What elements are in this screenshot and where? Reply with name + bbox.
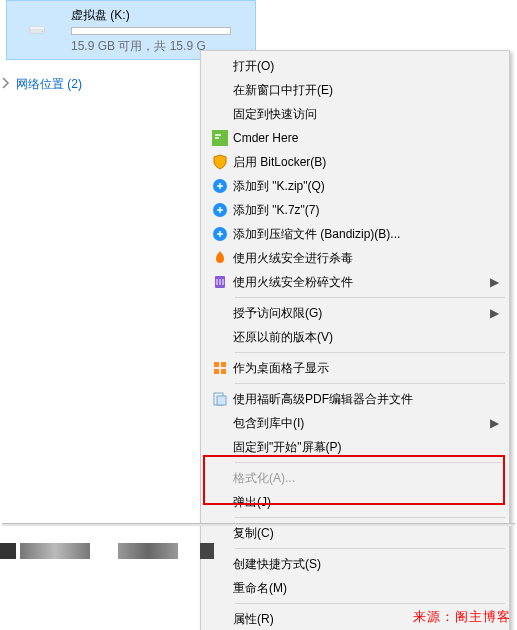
drive-name: 虚拟盘 (K:) (71, 7, 249, 24)
menu-pin-quick-access[interactable]: 固定到快速访问 (203, 102, 507, 126)
menu-grant-access[interactable]: 授予访问权限(G)▶ (203, 301, 507, 325)
menu-separator (235, 297, 505, 298)
svg-rect-3 (212, 130, 228, 146)
drive-icon (13, 5, 61, 55)
menu-huorong-shred[interactable]: 使用火绒安全粉碎文件▶ (203, 270, 507, 294)
svg-rect-10 (214, 369, 219, 374)
menu-add-bandizip[interactable]: 添加到压缩文件 (Bandizip)(B)... (203, 222, 507, 246)
svg-point-2 (42, 31, 43, 32)
menu-open-new-window[interactable]: 在新窗口中打开(E) (203, 78, 507, 102)
menu-format: 格式化(A)... (203, 466, 507, 490)
menu-huorong-scan[interactable]: 使用火绒安全进行杀毒 (203, 246, 507, 270)
tree-label: 网络位置 (2) (16, 76, 82, 93)
menu-open[interactable]: 打开(O) (203, 54, 507, 78)
menu-separator (235, 462, 505, 463)
menu-pin-start[interactable]: 固定到"开始"屏幕(P) (203, 435, 507, 459)
menu-separator (235, 352, 505, 353)
shield-icon (207, 154, 233, 170)
huorong-icon (207, 250, 233, 266)
svg-rect-8 (214, 362, 219, 367)
chevron-right-icon (0, 77, 12, 92)
menu-foxit-merge[interactable]: 使用福昕高级PDF编辑器合并文件 (203, 387, 507, 411)
bandizip-icon (207, 226, 233, 242)
drive-usage-bar (71, 27, 231, 35)
svg-rect-11 (221, 369, 226, 374)
submenu-arrow-icon: ▶ (490, 416, 499, 430)
menu-include-library[interactable]: 包含到库中(I)▶ (203, 411, 507, 435)
menu-separator (235, 517, 505, 518)
svg-rect-13 (217, 396, 226, 405)
foxit-icon (207, 391, 233, 407)
drive-meta: 虚拟盘 (K:) 15.9 GB 可用，共 15.9 G (71, 5, 249, 55)
menu-desktop-grid[interactable]: 作为桌面格子显示 (203, 356, 507, 380)
bandizip-icon (207, 202, 233, 218)
svg-rect-9 (221, 362, 226, 367)
cmder-icon (207, 130, 233, 146)
menu-eject[interactable]: 弹出(J) (203, 490, 507, 514)
menu-add-k7z[interactable]: 添加到 "K.7z"(7) (203, 198, 507, 222)
menu-separator (235, 603, 505, 604)
menu-restore-previous[interactable]: 还原以前的版本(V) (203, 325, 507, 349)
submenu-arrow-icon: ▶ (490, 306, 499, 320)
watermark-text: 来源：阁主博客 (413, 608, 511, 626)
submenu-arrow-icon: ▶ (490, 275, 499, 289)
menu-separator (235, 383, 505, 384)
svg-rect-1 (30, 27, 45, 30)
status-bar-border (2, 523, 515, 526)
menu-rename[interactable]: 重命名(M) (203, 576, 507, 600)
bandizip-icon (207, 178, 233, 194)
background-content-row (0, 540, 517, 562)
tree-section-network[interactable]: 网络位置 (2) (0, 76, 82, 93)
menu-bitlocker[interactable]: 启用 BitLocker(B) (203, 150, 507, 174)
menu-cmder-here[interactable]: Cmder Here (203, 126, 507, 150)
grid-icon (207, 360, 233, 376)
menu-add-kzip[interactable]: 添加到 "K.zip"(Q) (203, 174, 507, 198)
shred-icon (207, 274, 233, 290)
